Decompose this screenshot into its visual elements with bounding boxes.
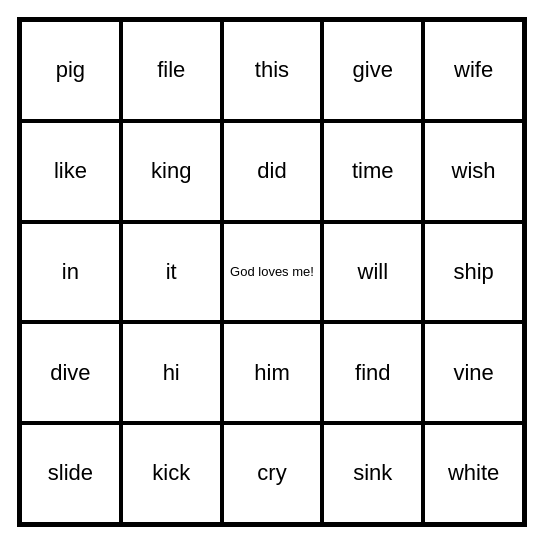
- bingo-cell-r4c2: cry: [222, 423, 323, 524]
- bingo-cell-r3c4: vine: [423, 322, 524, 423]
- bingo-cell-r2c2: God loves me!: [222, 222, 323, 323]
- bingo-cell-r4c4: white: [423, 423, 524, 524]
- bingo-cell-r3c1: hi: [121, 322, 222, 423]
- bingo-cell-r1c4: wish: [423, 121, 524, 222]
- bingo-cell-r0c1: file: [121, 20, 222, 121]
- bingo-cell-r2c0: in: [20, 222, 121, 323]
- bingo-cell-r1c2: did: [222, 121, 323, 222]
- bingo-cell-r0c3: give: [322, 20, 423, 121]
- bingo-cell-r1c3: time: [322, 121, 423, 222]
- bingo-cell-r1c0: like: [20, 121, 121, 222]
- bingo-cell-r3c0: dive: [20, 322, 121, 423]
- bingo-cell-r2c1: it: [121, 222, 222, 323]
- bingo-cell-r4c0: slide: [20, 423, 121, 524]
- bingo-cell-r3c2: him: [222, 322, 323, 423]
- bingo-board: pigfilethisgivewifelikekingdidtimewishin…: [17, 17, 527, 527]
- bingo-cell-r2c4: ship: [423, 222, 524, 323]
- bingo-cell-r1c1: king: [121, 121, 222, 222]
- bingo-cell-r2c3: will: [322, 222, 423, 323]
- bingo-cell-r0c4: wife: [423, 20, 524, 121]
- bingo-cell-r4c3: sink: [322, 423, 423, 524]
- bingo-cell-r4c1: kick: [121, 423, 222, 524]
- bingo-cell-r0c0: pig: [20, 20, 121, 121]
- bingo-cell-r3c3: find: [322, 322, 423, 423]
- bingo-cell-r0c2: this: [222, 20, 323, 121]
